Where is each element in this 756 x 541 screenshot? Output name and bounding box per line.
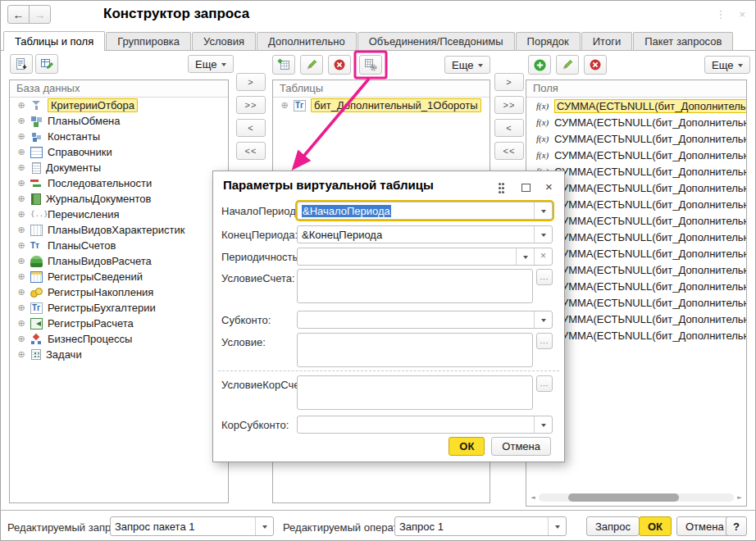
account-condition-input[interactable] (297, 269, 533, 303)
expand-icon[interactable] (16, 179, 26, 189)
tree-item-accounting-registers[interactable]: РегистрыБухгалтерии (10, 300, 228, 316)
delete-field-button[interactable] (584, 55, 607, 75)
edited-operator-combo[interactable]: Запрос 1 (394, 516, 567, 536)
tree-item-accumulation-registers[interactable]: РегистрыНакопления (10, 284, 228, 300)
periodicity-combo[interactable]: × (297, 248, 553, 266)
expand-icon[interactable] (16, 210, 26, 220)
expand-icon[interactable] (16, 288, 26, 298)
tab-conditions[interactable]: Условия (192, 32, 256, 50)
tree-item-constants[interactable]: Константы (10, 129, 228, 144)
condition-choose-button[interactable]: ... (536, 333, 553, 349)
fields-move-left-button[interactable]: < (494, 119, 524, 137)
expand-icon[interactable] (16, 319, 26, 329)
tables-more-button[interactable]: Еще (444, 56, 490, 74)
expand-icon[interactable] (16, 163, 26, 173)
edited-query-combo[interactable]: Запрос пакета 1 (110, 516, 274, 536)
cor-account-condition-choose-button[interactable]: ... (536, 375, 553, 392)
tab-additional[interactable]: Дополнительно (257, 32, 357, 50)
dialog-ok-button[interactable]: ОК (449, 437, 485, 456)
tree-item-calculation-registers[interactable]: РегистрыРасчета (10, 316, 228, 331)
dropdown-button[interactable] (534, 416, 552, 433)
dropdown-button[interactable] (534, 311, 552, 328)
move-left-button[interactable]: < (236, 119, 266, 137)
dialog-cancel-button[interactable]: Отмена (491, 437, 551, 456)
tree-item-business-processes[interactable]: БизнесПроцессы (10, 331, 228, 347)
tab-tables-and-fields[interactable]: Таблицы и поля (3, 31, 105, 51)
tree-item-charts-of-accounts[interactable]: ПланыСчетов (10, 238, 228, 253)
add-field-button[interactable] (528, 55, 551, 75)
dialog-close-icon[interactable]: × (545, 180, 553, 193)
fields-move-right-button[interactable]: > (494, 73, 524, 91)
tab-query-batch[interactable]: Пакет запросов (633, 32, 733, 50)
output-list-button[interactable] (10, 54, 33, 74)
expand-icon[interactable] (16, 272, 26, 282)
expand-icon[interactable] (16, 194, 26, 204)
tree-item-documents[interactable]: Документы (10, 160, 228, 175)
field-row[interactable]: f(x)СУММА(ЕСТЬNULL(бит_Дополнительный_ (526, 147, 746, 163)
tree-item-information-registers[interactable]: РегистрыСведений (10, 269, 228, 284)
move-right-button[interactable]: > (236, 73, 266, 91)
expand-icon[interactable] (16, 148, 26, 157)
field-row[interactable]: f(x)СУММА(ЕСТЬNULL(бит_Дополнительный_ (526, 114, 746, 130)
tab-order[interactable]: Порядок (516, 32, 581, 50)
ok-button[interactable]: ОК (639, 516, 672, 536)
expand-icon[interactable] (280, 101, 289, 111)
tree-item-catalogs[interactable]: Справочники (10, 144, 228, 160)
expand-icon[interactable] (16, 101, 26, 111)
tree-item-enumerations[interactable]: Перечисления (10, 207, 228, 222)
move-all-left-button[interactable]: << (236, 142, 266, 160)
dialog-more-icon[interactable] (499, 183, 501, 185)
add-table-button[interactable] (272, 55, 295, 75)
edit-field-button[interactable] (556, 55, 579, 75)
dialog-maximize-icon[interactable] (521, 184, 531, 192)
move-all-right-button[interactable]: >> (236, 96, 266, 114)
tree-item-filter-criteria[interactable]: КритерииОтбора (10, 98, 228, 113)
expand-icon[interactable] (16, 241, 26, 251)
cancel-button[interactable]: Отмена (676, 516, 733, 536)
window-close-icon[interactable]: × (739, 8, 745, 20)
scroll-left-icon[interactable]: ◄ (529, 494, 537, 501)
dropdown-button[interactable] (534, 226, 552, 243)
tree-item-tasks[interactable]: Задачи (10, 347, 228, 362)
table-item[interactable]: бит_Дополнительный_1Обороты (273, 98, 490, 113)
clear-button[interactable]: × (534, 248, 552, 265)
dropdown-button[interactable] (548, 517, 566, 535)
subconto-combo[interactable] (297, 311, 553, 329)
edit-table-row-button[interactable] (300, 55, 323, 75)
scrollbar-thumb[interactable] (568, 493, 680, 502)
tab-totals[interactable]: Итоги (581, 32, 632, 50)
back-button[interactable]: ← (7, 5, 30, 24)
virtual-table-parameters-button[interactable] (359, 55, 382, 75)
dropdown-button[interactable] (534, 202, 552, 219)
cor-account-condition-input[interactable] (297, 375, 533, 410)
expand-icon[interactable] (16, 350, 26, 360)
query-button[interactable]: Запрос (586, 516, 640, 536)
horizontal-scrollbar[interactable]: ◄ ► (529, 492, 744, 502)
expand-icon[interactable] (16, 225, 26, 235)
cor-subconto-combo[interactable] (297, 416, 553, 434)
tree-item-exchange-plans[interactable]: ПланыОбмена (10, 113, 228, 129)
expand-icon[interactable] (16, 303, 26, 313)
tree-item-sequences[interactable]: Последовательности (10, 175, 228, 191)
expand-icon[interactable] (16, 132, 26, 142)
delete-table-button[interactable] (328, 55, 351, 75)
tree-item-calculation-type-plans[interactable]: ПланыВидовРасчета (10, 253, 228, 269)
window-more-icon[interactable]: ⋮ (715, 8, 726, 20)
expand-icon[interactable] (16, 116, 26, 126)
expand-icon[interactable] (16, 257, 26, 266)
help-button[interactable]: ? (726, 516, 747, 536)
period-end-combo[interactable]: &КонецПериода (297, 225, 553, 243)
scroll-right-icon[interactable]: ► (736, 494, 744, 501)
database-more-button[interactable]: Еще (188, 55, 234, 73)
account-condition-choose-button[interactable]: ... (536, 269, 553, 285)
edit-table-button[interactable] (35, 54, 58, 74)
expand-icon[interactable] (16, 334, 26, 344)
tab-unions-aliases[interactable]: Объединения/Псевдонимы (358, 32, 515, 50)
tree-item-characteristic-type-plans[interactable]: ПланыВидовХарактеристик (10, 222, 228, 238)
fields-more-button[interactable]: Еще (704, 56, 750, 74)
fields-move-all-right-button[interactable]: >> (494, 96, 524, 114)
condition-input[interactable] (297, 333, 533, 367)
fields-move-all-left-button[interactable]: << (494, 142, 524, 160)
tree-item-document-journals[interactable]: ЖурналыДокументов (10, 191, 228, 207)
scrollbar-track[interactable] (539, 493, 734, 502)
